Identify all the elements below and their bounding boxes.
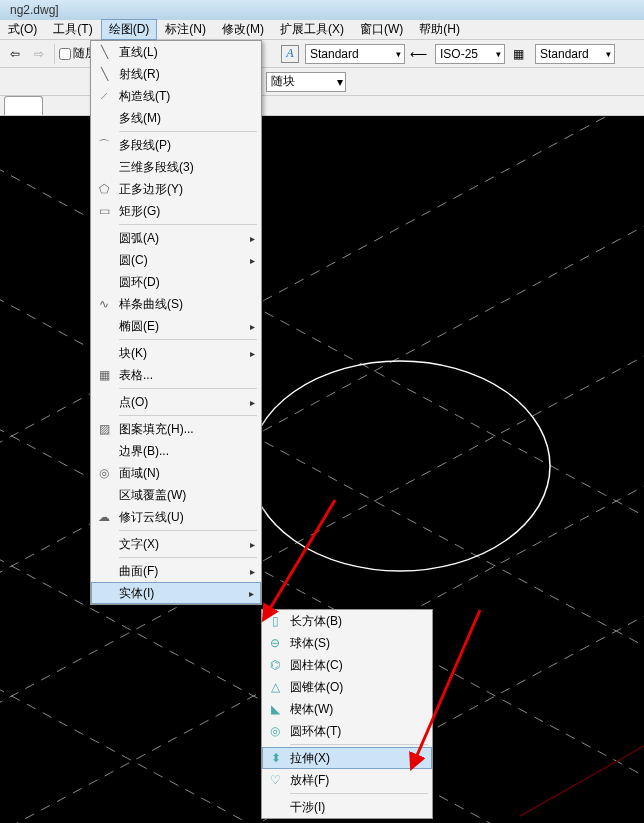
nav-back-icon[interactable]: ⇦ bbox=[4, 43, 26, 65]
submenu-interfere[interactable]: 干涉(I) bbox=[262, 796, 432, 818]
menu-region[interactable]: ◎面域(N) bbox=[91, 462, 261, 484]
separator bbox=[119, 557, 257, 558]
follow-combo[interactable]: 随块 bbox=[266, 72, 346, 92]
polygon-icon: ⬠ bbox=[95, 180, 113, 198]
menu-solid[interactable]: 实体(I)▸ bbox=[91, 582, 261, 604]
separator bbox=[119, 339, 257, 340]
submenu-cylinder[interactable]: ⌬圆柱体(C) bbox=[262, 654, 432, 676]
solid-submenu: ▯长方体(B) ⊖球体(S) ⌬圆柱体(C) △圆锥体(O) ◣楔体(W) ◎圆… bbox=[261, 609, 433, 819]
divider bbox=[54, 44, 55, 64]
red-line bbox=[520, 746, 644, 816]
separator bbox=[119, 131, 257, 132]
menu-format[interactable]: 式(O) bbox=[0, 19, 45, 40]
doc-tab-item[interactable] bbox=[4, 96, 43, 115]
separator bbox=[119, 415, 257, 416]
submenu-arrow-icon: ▸ bbox=[250, 348, 255, 359]
menu-circle[interactable]: 圆(C)▸ bbox=[91, 249, 261, 271]
pline-icon: ⌒ bbox=[95, 136, 113, 154]
menu-table[interactable]: ▦表格... bbox=[91, 364, 261, 386]
tablestyle-combo[interactable]: Standard bbox=[535, 44, 615, 64]
title-filename: ng2.dwg] bbox=[4, 3, 65, 17]
submenu-arrow-icon: ▸ bbox=[250, 539, 255, 550]
menu-rectangle[interactable]: ▭矩形(G) bbox=[91, 200, 261, 222]
submenu-torus[interactable]: ◎圆环体(T) bbox=[262, 720, 432, 742]
rect-icon: ▭ bbox=[95, 202, 113, 220]
separator bbox=[119, 530, 257, 531]
submenu-loft[interactable]: ♡放样(F) bbox=[262, 769, 432, 791]
line-icon: ╲ bbox=[95, 43, 113, 61]
dimstyle-icon[interactable]: ⟵ bbox=[407, 43, 429, 65]
menu-draw[interactable]: 绘图(D) bbox=[101, 19, 158, 40]
menu-boundary[interactable]: 边界(B)... bbox=[91, 440, 261, 462]
submenu-extrude[interactable]: ⬍拉伸(X) bbox=[262, 747, 432, 769]
submenu-arrow-icon: ▸ bbox=[250, 566, 255, 577]
extrude-icon: ⬍ bbox=[267, 749, 285, 767]
menu-bar: 式(O) 工具(T) 绘图(D) 标注(N) 修改(M) 扩展工具(X) 窗口(… bbox=[0, 20, 644, 40]
menu-wipeout[interactable]: 区域覆盖(W) bbox=[91, 484, 261, 506]
tablestyle-icon[interactable]: ▦ bbox=[507, 43, 529, 65]
dimstyle-combo[interactable]: ISO-25 bbox=[435, 44, 505, 64]
submenu-arrow-icon: ▸ bbox=[249, 588, 254, 599]
textstyle-combo[interactable]: Standard bbox=[305, 44, 405, 64]
menu-window[interactable]: 窗口(W) bbox=[352, 19, 411, 40]
menu-modify[interactable]: 修改(M) bbox=[214, 19, 272, 40]
region-icon: ◎ bbox=[95, 464, 113, 482]
separator bbox=[290, 793, 428, 794]
ray-icon: ╲ bbox=[95, 65, 113, 83]
menu-text[interactable]: 文字(X)▸ bbox=[91, 533, 261, 555]
menu-line[interactable]: ╲直线(L) bbox=[91, 41, 261, 63]
menu-3dpoly[interactable]: 三维多段线(3) bbox=[91, 156, 261, 178]
submenu-box[interactable]: ▯长方体(B) bbox=[262, 610, 432, 632]
menu-tools[interactable]: 工具(T) bbox=[45, 19, 100, 40]
submenu-sphere[interactable]: ⊖球体(S) bbox=[262, 632, 432, 654]
nav-fwd-icon[interactable]: ⇨ bbox=[28, 43, 50, 65]
cloud-icon: ☁ bbox=[95, 508, 113, 526]
cylinder-icon: ⌬ bbox=[266, 656, 284, 674]
draw-menu-dropdown: ╲直线(L) ╲射线(R) ⟋构造线(T) 多线(M) ⌒多段线(P) 三维多段… bbox=[90, 40, 262, 605]
submenu-wedge[interactable]: ◣楔体(W) bbox=[262, 698, 432, 720]
submenu-cone[interactable]: △圆锥体(O) bbox=[262, 676, 432, 698]
textstyle-icon[interactable]: A bbox=[281, 45, 299, 63]
menu-hatch[interactable]: ▨图案填充(H)... bbox=[91, 418, 261, 440]
menu-ext-tools[interactable]: 扩展工具(X) bbox=[272, 19, 352, 40]
wedge-icon: ◣ bbox=[266, 700, 284, 718]
menu-donut[interactable]: 圆环(D) bbox=[91, 271, 261, 293]
submenu-arrow-icon: ▸ bbox=[250, 321, 255, 332]
menu-ray[interactable]: ╲射线(R) bbox=[91, 63, 261, 85]
rand-layer-input[interactable] bbox=[59, 48, 71, 60]
hatch-icon: ▨ bbox=[95, 420, 113, 438]
separator bbox=[290, 744, 428, 745]
xline-icon: ⟋ bbox=[95, 87, 113, 105]
menu-arc[interactable]: 圆弧(A)▸ bbox=[91, 227, 261, 249]
submenu-arrow-icon: ▸ bbox=[250, 233, 255, 244]
box-icon: ▯ bbox=[266, 612, 284, 630]
menu-dimension[interactable]: 标注(N) bbox=[157, 19, 214, 40]
submenu-arrow-icon: ▸ bbox=[250, 397, 255, 408]
title-bar: ng2.dwg] bbox=[0, 0, 644, 20]
menu-polygon[interactable]: ⬠正多边形(Y) bbox=[91, 178, 261, 200]
menu-block[interactable]: 块(K)▸ bbox=[91, 342, 261, 364]
spline-icon: ∿ bbox=[95, 295, 113, 313]
menu-point[interactable]: 点(O)▸ bbox=[91, 391, 261, 413]
menu-ellipse[interactable]: 椭圆(E)▸ bbox=[91, 315, 261, 337]
menu-mline[interactable]: 多线(M) bbox=[91, 107, 261, 129]
loft-icon: ♡ bbox=[266, 771, 284, 789]
menu-surface[interactable]: 曲面(F)▸ bbox=[91, 560, 261, 582]
menu-revcloud[interactable]: ☁修订云线(U) bbox=[91, 506, 261, 528]
table-icon: ▦ bbox=[95, 366, 113, 384]
sphere-icon: ⊖ bbox=[266, 634, 284, 652]
separator bbox=[119, 388, 257, 389]
circle-entity bbox=[250, 361, 550, 571]
torus-icon: ◎ bbox=[266, 722, 284, 740]
separator bbox=[119, 224, 257, 225]
menu-help[interactable]: 帮助(H) bbox=[411, 19, 468, 40]
menu-spline[interactable]: ∿样条曲线(S) bbox=[91, 293, 261, 315]
menu-pline[interactable]: ⌒多段线(P) bbox=[91, 134, 261, 156]
submenu-arrow-icon: ▸ bbox=[250, 255, 255, 266]
cone-icon: △ bbox=[266, 678, 284, 696]
menu-xline[interactable]: ⟋构造线(T) bbox=[91, 85, 261, 107]
